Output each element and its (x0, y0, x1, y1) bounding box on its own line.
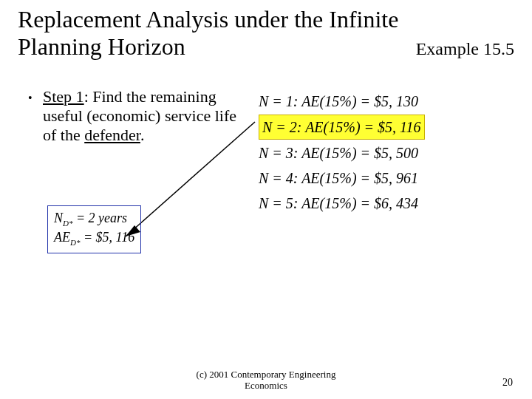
title-line-2-left: Planning Horizon (18, 33, 185, 61)
result-ae-line: AED* = $5, 116 (54, 228, 134, 248)
defender-word: defender (84, 126, 140, 144)
equation-row: N = 3: AE(15%) = $5, 500 (257, 140, 426, 166)
eq-n: N = 1: (259, 93, 299, 109)
result-ae-sub: D* (70, 238, 80, 247)
equation-list: N = 1: AE(15%) = $5, 130 N = 2: AE(15%) … (257, 89, 426, 216)
eq-ae: AE(15%) = $5, 500 (301, 145, 418, 161)
bullet-dot-icon: • (28, 92, 33, 106)
eq-ae: AE(15%) = $5, 961 (301, 170, 418, 186)
equation-row: N = 4: AE(15%) = $5, 961 (257, 166, 426, 191)
footer-copyright: (c) 2001 Contemporary Engineering Econom… (0, 369, 532, 392)
equation-row: N = 5: AE(15%) = $6, 434 (257, 191, 426, 216)
page-number: 20 (502, 377, 513, 389)
footer-line-1: (c) 2001 Contemporary Engineering (0, 369, 532, 381)
eq-n: N = 2: (262, 119, 302, 135)
slide: Replacement Analysis under the Infinite … (0, 0, 532, 399)
eq-ae: AE(15%) = $5, 130 (301, 93, 418, 109)
title-line-1: Replacement Analysis under the Infinite (18, 6, 519, 33)
eq-n: N = 4: (259, 170, 299, 186)
eq-ae: AE(15%) = $5, 116 (305, 119, 420, 135)
result-n-line: ND* = 2 years (54, 209, 134, 228)
example-label: Example 15.5 (416, 39, 519, 60)
eq-n: N = 5: (259, 195, 299, 211)
result-n-eq: = 2 years (72, 211, 127, 225)
step-bullet: • Step 1: Find the remaining useful (eco… (43, 87, 242, 145)
equation-row: N = 1: AE(15%) = $5, 130 (257, 89, 426, 114)
slide-title: Replacement Analysis under the Infinite … (18, 6, 519, 61)
step-label: Step 1 (43, 87, 84, 106)
step-period: . (140, 126, 145, 144)
eq-n: N = 3: (259, 145, 299, 161)
footer-line-2: Economics (0, 381, 532, 392)
result-n-sym: N (54, 211, 63, 225)
result-n-sub: D* (63, 219, 72, 228)
equation-row: N = 2: AE(15%) = $5, 116 (257, 114, 426, 140)
optimal-result-box: ND* = 2 years AED* = $5, 116 (47, 205, 141, 253)
result-ae-eq: = $5, 116 (80, 230, 134, 245)
result-ae-sym: AE (54, 230, 70, 245)
eq-ae: AE(15%) = $6, 434 (301, 195, 418, 211)
